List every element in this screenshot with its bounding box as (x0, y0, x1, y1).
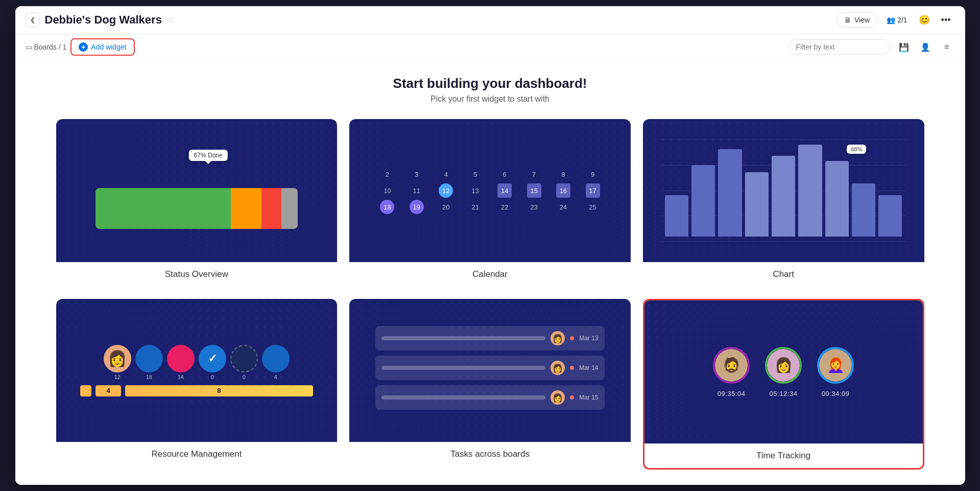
star-icon[interactable]: ☆ (167, 14, 175, 26)
user-icon[interactable]: 👤 (917, 39, 934, 55)
widget-card-chart[interactable]: 68% Chart (643, 119, 924, 287)
chart-tooltip: 68% (847, 145, 866, 154)
task-dot (570, 366, 574, 370)
calendar-label: Calendar (349, 262, 631, 287)
app-header: ❮ Debbie's Dog Walkers ☆ 🖥 View 👥 2/1 😊 … (15, 6, 965, 34)
toolbar: ▭ Boards / 1 + Add widget 💾 👤 ≡ (15, 34, 965, 60)
calendar-preview: 2 3 4 5 6 7 8 9 10 11 12 13 14 (349, 119, 631, 262)
chart-bar (718, 149, 742, 237)
widget-card-status-overview[interactable]: 67% Done Status Overview (56, 119, 338, 287)
cal-cell: 2 (380, 167, 394, 181)
widget-card-resource-management[interactable]: 👩 12 18 14 (56, 299, 338, 470)
monitor-icon: 🖥 (844, 16, 851, 24)
cal-cell: 22 (497, 200, 512, 214)
task-date: Mar 15 (579, 394, 598, 401)
save-icon[interactable]: 💾 (896, 39, 912, 55)
task-avatar: 👩 (551, 390, 565, 405)
time-avatar-1: 🧔 (713, 347, 750, 384)
cal-cell: 21 (468, 200, 483, 214)
time-person-2: 👩 05:12:34 (765, 347, 802, 398)
cal-cell: 17 (586, 183, 600, 198)
plus-icon: + (79, 42, 88, 52)
task-row: 👩 Mar 14 (375, 356, 604, 380)
res-bar-short: 4 (95, 385, 121, 396)
chart-preview: 68% (643, 119, 924, 262)
cal-cell: 10 (380, 183, 394, 198)
users-icon: 👥 (887, 16, 895, 24)
task-avatar: 👩 (551, 331, 565, 345)
widget-card-calendar[interactable]: 2 3 4 5 6 7 8 9 10 11 12 13 14 (349, 119, 631, 287)
resource-avatar-4: ✓ (199, 345, 226, 372)
resource-management-preview: 👩 12 18 14 (56, 299, 338, 442)
app-window: ❮ Debbie's Dog Walkers ☆ 🖥 View 👥 2/1 😊 … (15, 6, 965, 485)
cal-cell: 11 (410, 183, 424, 198)
users-button[interactable]: 👥 2/1 (882, 13, 911, 27)
resource-avatar-6 (262, 345, 290, 372)
time-duration-3: 00:34:09 (822, 390, 850, 398)
cal-cell: 3 (410, 167, 424, 181)
cal-cell: 13 (468, 183, 483, 198)
res-bar-long: 8 (125, 385, 313, 396)
cal-cell: 6 (497, 167, 512, 181)
cal-cell: 8 (556, 167, 570, 181)
status-tooltip: 67% Done (189, 150, 228, 161)
chart-bar (798, 145, 822, 237)
cal-cell: 9 (586, 167, 600, 181)
cal-cell: 25 (586, 200, 600, 214)
cal-cell: 20 (439, 200, 453, 214)
widget-card-time-tracking[interactable]: 🧔 09:35:04 👩 05:12:34 (643, 299, 924, 470)
task-dot (570, 395, 574, 400)
breadcrumb: ▭ Boards / 1 (26, 43, 67, 51)
cal-cell: 15 (527, 183, 541, 198)
time-person-3: 👩‍🦰 00:34:09 (817, 347, 854, 398)
time-tracking-preview: 🧔 09:35:04 👩 05:12:34 (644, 300, 923, 443)
task-dot (570, 336, 574, 340)
filter-input[interactable] (788, 39, 891, 55)
chart-bar (825, 161, 849, 237)
chart-bar (691, 165, 715, 237)
time-duration-2: 05:12:34 (770, 390, 798, 398)
time-avatar-3: 👩‍🦰 (817, 347, 854, 384)
res-icon (80, 385, 91, 396)
cal-cell-today: 12 (439, 183, 453, 198)
cal-cell: 7 (527, 167, 541, 181)
time-avatar-2: 👩 (765, 347, 802, 384)
task-row: 👩 Mar 15 (375, 385, 604, 410)
time-persons: 🧔 09:35:04 👩 05:12:34 (713, 347, 854, 398)
tasks-preview: 👩 Mar 13 👩 Mar 14 (349, 299, 631, 442)
widget-grid: 67% Done Status Overview 2 (56, 119, 924, 470)
chart-label: Chart (643, 262, 924, 287)
cal-cell: 18 (380, 200, 394, 214)
main-content: Start building your dashboard! Pick your… (15, 60, 965, 485)
resource-avatar-3 (167, 345, 195, 372)
cal-cell: 16 (556, 183, 570, 198)
tasks-label: Tasks across boards (349, 442, 631, 466)
more-options-button[interactable]: ••• (937, 13, 955, 28)
collapse-button[interactable]: ❮ (26, 13, 40, 27)
task-date: Mar 14 (579, 364, 598, 371)
task-row: 👩 Mar 13 (375, 326, 604, 350)
widget-card-tasks[interactable]: 👩 Mar 13 👩 Mar 14 (349, 299, 631, 470)
time-tracking-label: Time Tracking (644, 443, 923, 468)
filter-icon[interactable]: ≡ (939, 39, 955, 55)
header-right: 🖥 View 👥 2/1 😊 ••• (836, 12, 954, 28)
cal-cell: 14 (497, 183, 512, 198)
add-widget-button[interactable]: + Add widget (70, 38, 134, 56)
toolbar-left: ▭ Boards / 1 + Add widget (26, 38, 135, 56)
dashboard-subtitle: Pick your first widget to start with (36, 95, 945, 104)
page-title: Debbie's Dog Walkers (45, 13, 162, 27)
resource-avatar-5 (230, 345, 258, 372)
time-duration-1: 09:35:04 (718, 390, 746, 398)
resource-avatar-2 (135, 345, 163, 372)
chart-bar (772, 156, 795, 237)
view-button[interactable]: 🖥 View (836, 12, 877, 28)
cal-cell: 5 (468, 167, 483, 181)
boards-icon: ▭ (26, 43, 32, 51)
chart-bar (852, 183, 875, 237)
resource-avatars: 👩 12 18 14 (80, 345, 313, 380)
time-person-1: 🧔 09:35:04 (713, 347, 750, 398)
chevron-left-icon: ❮ (30, 16, 35, 24)
emoji-button[interactable]: 😊 (917, 12, 932, 28)
chart-bar (665, 195, 688, 237)
chart-bar (745, 172, 769, 237)
